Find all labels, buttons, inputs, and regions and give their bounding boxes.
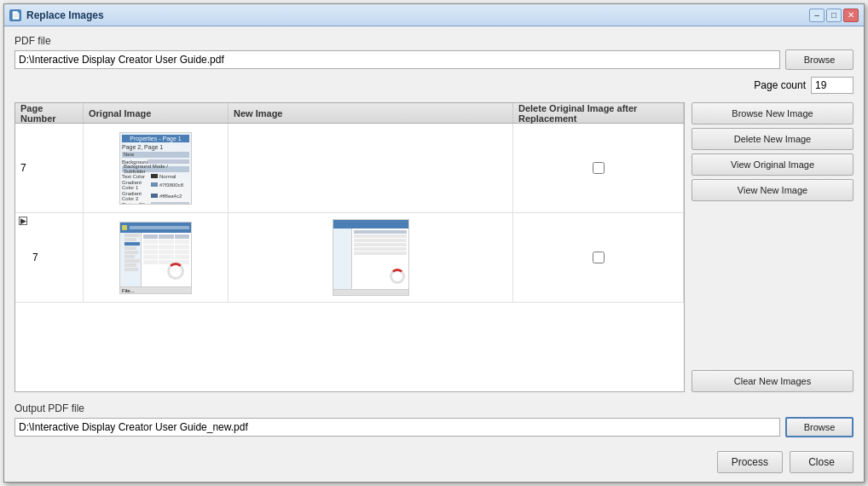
delete-checkbox-2[interactable] bbox=[593, 252, 605, 263]
col-header-new-image: New Image bbox=[229, 103, 513, 123]
cell-delete-1 bbox=[513, 124, 684, 212]
cell-delete-2 bbox=[513, 213, 684, 302]
window-body: PDF file Browse Page count Page Number O… bbox=[4, 26, 864, 482]
pdf-file-row: Browse bbox=[14, 49, 854, 70]
new-image-thumbnail bbox=[333, 219, 409, 296]
image-table: Page Number Orignal Image New Image Dele… bbox=[14, 102, 685, 392]
title-bar: 📄 Replace Images – □ ✕ bbox=[4, 4, 864, 26]
cell-new-image-2 bbox=[229, 213, 513, 302]
delete-new-image-button[interactable]: Delete New Image bbox=[692, 128, 854, 150]
col-header-orig-image: Orignal Image bbox=[84, 103, 229, 123]
table-body: 7 Properties - Page 1 Page 2, Page 1 New… bbox=[15, 124, 684, 391]
minimize-button[interactable]: – bbox=[809, 9, 825, 22]
table-row: ▶ 7 bbox=[15, 213, 684, 303]
window-title: Replace Images bbox=[26, 9, 809, 21]
browse-new-image-button[interactable]: Browse New Image bbox=[692, 102, 854, 124]
main-area: Page Number Orignal Image New Image Dele… bbox=[14, 102, 854, 392]
output-browse-button[interactable]: Browse bbox=[785, 417, 854, 437]
bottom-buttons: Process Close bbox=[14, 451, 854, 473]
main-window: 📄 Replace Images – □ ✕ PDF file Browse P… bbox=[3, 3, 865, 483]
view-new-image-button[interactable]: View New Image bbox=[692, 179, 854, 201]
maximize-button[interactable]: □ bbox=[826, 9, 842, 22]
window-icon: 📄 bbox=[9, 9, 21, 21]
cell-orig-image-1: Properties - Page 1 Page 2, Page 1 New B… bbox=[84, 124, 229, 212]
delete-checkbox-1[interactable] bbox=[593, 162, 605, 174]
page-count-label: Page count bbox=[754, 79, 806, 91]
cell-orig-image-2: File... bbox=[84, 213, 229, 302]
expand-icon[interactable]: ▶ bbox=[19, 217, 27, 225]
output-pdf-input[interactable] bbox=[14, 418, 780, 437]
pdf-file-label: PDF file bbox=[14, 35, 854, 47]
cell-new-image-1 bbox=[229, 124, 513, 212]
col-header-delete: Delete Original Image after Replacement bbox=[513, 103, 684, 123]
cell-page-number-1: 7 bbox=[15, 124, 84, 212]
window-controls: – □ ✕ bbox=[809, 9, 859, 22]
pdf-browse-button[interactable]: Browse bbox=[785, 49, 854, 70]
page-count-input[interactable] bbox=[811, 77, 854, 94]
thumbnail-2: File... bbox=[119, 222, 192, 294]
cell-page-number-2: ▶ 7 bbox=[15, 213, 84, 302]
pdf-file-section: PDF file Browse bbox=[14, 35, 854, 70]
close-button[interactable]: ✕ bbox=[843, 9, 859, 22]
output-pdf-label: Output PDF file bbox=[14, 402, 854, 414]
table-header: Page Number Orignal Image New Image Dele… bbox=[15, 103, 684, 124]
thumbnail-1: Properties - Page 1 Page 2, Page 1 New B… bbox=[119, 132, 192, 205]
process-button[interactable]: Process bbox=[717, 451, 783, 473]
view-original-image-button[interactable]: View Original Image bbox=[692, 153, 854, 176]
clear-new-images-button[interactable]: Clear New Images bbox=[692, 370, 854, 392]
page-count-row: Page count bbox=[14, 77, 854, 94]
output-pdf-section: Output PDF file Browse bbox=[14, 402, 854, 437]
right-panel: Browse New Image Delete New Image View O… bbox=[692, 102, 854, 392]
close-dialog-button[interactable]: Close bbox=[790, 451, 854, 473]
spinner-icon bbox=[167, 263, 184, 280]
page-number-value-2: 7 bbox=[32, 252, 38, 263]
new-image-spinner bbox=[390, 269, 405, 284]
output-pdf-row: Browse bbox=[14, 417, 854, 437]
page-number-value-1: 7 bbox=[20, 162, 26, 174]
table-row: 7 Properties - Page 1 Page 2, Page 1 New… bbox=[15, 124, 684, 213]
pdf-file-input[interactable] bbox=[14, 50, 780, 69]
col-header-page-number: Page Number bbox=[15, 103, 84, 123]
